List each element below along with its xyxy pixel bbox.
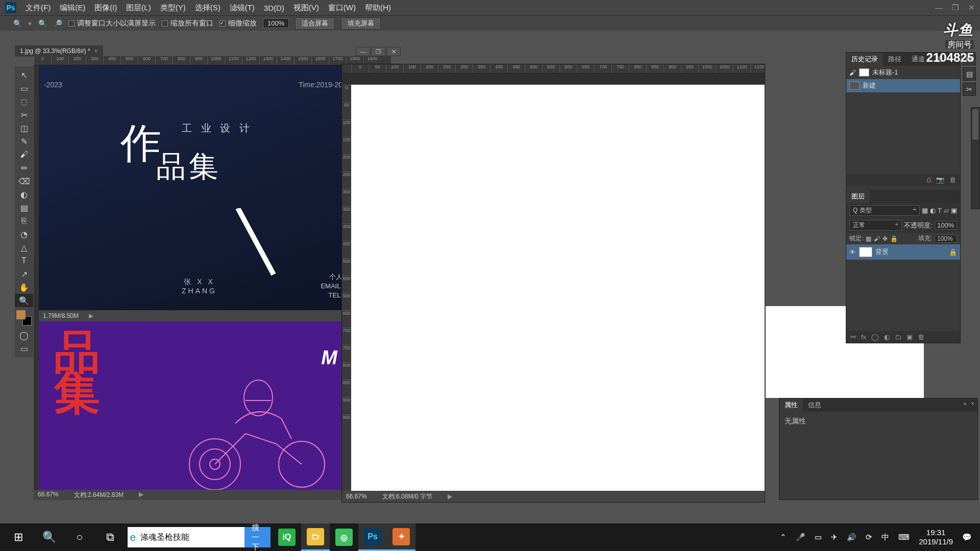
app-other[interactable]: ✦	[387, 523, 415, 551]
app-360[interactable]: ◎	[330, 523, 358, 551]
panel-close-icon[interactable]: ×	[971, 400, 974, 407]
menu-help[interactable]: 帮助(H)	[365, 3, 391, 13]
menu-view[interactable]: 视图(V)	[293, 3, 319, 13]
app-iqiyi[interactable]: iQ	[273, 523, 301, 551]
menu-edit[interactable]: 编辑(E)	[60, 3, 85, 13]
menu-select[interactable]: 选择(S)	[195, 3, 220, 13]
task-view-button[interactable]: ⧉	[95, 523, 126, 551]
document-2-window[interactable]: 0501001502002503003504004505005506006507…	[341, 64, 765, 503]
doc2-zoom-value[interactable]: 66.67%	[346, 493, 367, 500]
app-explorer[interactable]: 🗀	[301, 523, 330, 551]
path-select-tool[interactable]: ↗	[15, 267, 33, 281]
zoom-100-button[interactable]: 100%	[263, 18, 289, 28]
zoom-all-checkbox[interactable]	[162, 20, 168, 27]
menu-type[interactable]: 类型(Y)	[160, 3, 186, 13]
brush-tool[interactable]: 🖌	[15, 148, 33, 161]
mask-icon[interactable]: ◯	[871, 333, 879, 341]
strip-adjust-icon[interactable]: ✂	[963, 83, 976, 96]
cortana-button[interactable]: ○	[64, 523, 95, 551]
tray-volume-icon[interactable]: 🔊	[847, 533, 856, 542]
link-layers-icon[interactable]: ⚯	[850, 333, 856, 341]
strip-color-icon[interactable]: ▤	[963, 67, 976, 81]
filter-text-icon[interactable]: T	[938, 207, 942, 214]
quick-mask-icon[interactable]: ◯	[15, 329, 33, 342]
menu-window[interactable]: 窗口(W)	[328, 3, 356, 13]
layers-tab[interactable]: 图层	[846, 190, 870, 203]
history-camera-icon[interactable]: 📷	[936, 176, 944, 184]
doc1-maximize[interactable]: ❐	[371, 47, 385, 56]
tray-sync-icon[interactable]: ⟳	[866, 533, 872, 542]
delete-layer-icon[interactable]: 🗑	[918, 333, 924, 341]
paths-tab[interactable]: 路径	[883, 53, 906, 66]
doc2-status-arrow-icon[interactable]: ▶	[448, 493, 452, 500]
resize-window-checkbox[interactable]	[68, 20, 75, 27]
app-photoshop[interactable]: Ps	[358, 523, 387, 551]
filter-smart-icon[interactable]: ▣	[951, 207, 957, 214]
fit-screen-button[interactable]: 适合屏幕	[295, 17, 335, 30]
info-tab[interactable]: 信息	[803, 398, 826, 412]
zoom-tool-icon[interactable]: 🔍	[13, 19, 22, 28]
layer-name[interactable]: 背景	[875, 247, 889, 257]
adjustment-icon[interactable]: ◐	[884, 333, 890, 341]
zoom-out-icon[interactable]: 🔎	[53, 19, 62, 28]
doc1-status-arrow-icon[interactable]: ▶	[89, 312, 93, 319]
pencil-tool[interactable]: ✏	[15, 161, 33, 174]
doc1-zoom-value[interactable]: 66.67%	[38, 491, 59, 499]
eyedropper-tool[interactable]: ✎	[15, 135, 33, 148]
tray-notifications-icon[interactable]: 💬	[962, 533, 972, 542]
tray-airplane-icon[interactable]: ✈	[831, 533, 838, 542]
doc1-bottom-arrow-icon[interactable]: ▶	[139, 491, 143, 499]
screen-mode-icon[interactable]: ▭	[15, 342, 33, 355]
tray-mic-icon[interactable]: 🎤	[796, 533, 805, 542]
lock-all-icon[interactable]: 🔒	[890, 235, 898, 242]
search-input[interactable]	[138, 533, 244, 542]
hand-tool[interactable]: ✋	[15, 281, 33, 294]
filter-shape-icon[interactable]: ▱	[944, 207, 949, 214]
filter-adjust-icon[interactable]: ◐	[930, 207, 936, 214]
tray-keyboard-icon[interactable]: ⌨	[898, 533, 910, 542]
marquee-tool[interactable]: ▭	[15, 82, 33, 95]
zoom-tool[interactable]: 🔍	[15, 294, 33, 307]
scrubby-zoom-checkbox[interactable]	[219, 20, 226, 27]
document-tab[interactable]: 1.jpg @ 33.3%(RGB/8#) * ×	[15, 45, 103, 57]
start-button[interactable]: ⊞	[3, 523, 34, 551]
doc2-canvas[interactable]	[351, 85, 765, 491]
search-button[interactable]: 🔍	[34, 523, 64, 551]
tray-ime[interactable]: 中	[881, 533, 889, 542]
zoom-in-icon[interactable]: 🔍	[38, 19, 47, 28]
move-tool[interactable]: ↖	[15, 68, 33, 82]
doc1-close[interactable]: ✕	[386, 47, 401, 56]
layer-thumbnail[interactable]	[859, 247, 872, 257]
menu-filter[interactable]: 滤镜(T)	[230, 3, 255, 13]
group-icon[interactable]: 🗀	[895, 333, 901, 341]
layer-row-background[interactable]: 👁 背景 🔒	[846, 244, 960, 260]
minimize-button[interactable]: —	[935, 3, 942, 12]
tray-chevron-icon[interactable]: ⌃	[780, 533, 787, 542]
menu-image[interactable]: 图像(I)	[94, 3, 117, 13]
close-button[interactable]: ✕	[968, 3, 975, 12]
history-tab[interactable]: 历史记录	[846, 53, 883, 66]
lock-transparent-icon[interactable]: ▦	[866, 235, 871, 242]
magic-wand-tool[interactable]: ✂	[15, 108, 33, 121]
history-state-row[interactable]: 新建	[846, 79, 960, 92]
lasso-tool[interactable]: ◌	[15, 95, 33, 108]
gradient-tool[interactable]: ◐	[15, 188, 33, 201]
eraser-tool[interactable]: ⌫	[15, 174, 33, 188]
tray-clock[interactable]: 19:31 2019/11/9	[919, 528, 953, 546]
doc1-minimize[interactable]: —	[356, 47, 370, 56]
search-box[interactable]: e 搜一下	[128, 527, 271, 547]
layer-lock-icon[interactable]: 🔒	[949, 248, 957, 256]
color-swatch[interactable]	[16, 310, 32, 325]
fill-input[interactable]: 100%	[935, 235, 957, 243]
panel-collapse-icon[interactable]: «	[963, 400, 967, 407]
right-scrollbar[interactable]	[971, 107, 980, 209]
fill-screen-button[interactable]: 填充屏幕	[341, 17, 381, 30]
close-tab-icon[interactable]: ×	[94, 47, 98, 55]
maximize-button[interactable]: ❐	[951, 3, 959, 12]
history-new-snapshot-icon[interactable]: ⎙	[927, 176, 931, 184]
text-tool[interactable]: T	[15, 254, 33, 267]
opacity-input[interactable]: 100%	[935, 221, 957, 230]
pen-tool[interactable]: △	[15, 241, 33, 254]
menu-file[interactable]: 文件(F)	[26, 3, 51, 13]
history-snapshot-row[interactable]: 🖌 未标题-1	[846, 66, 960, 79]
